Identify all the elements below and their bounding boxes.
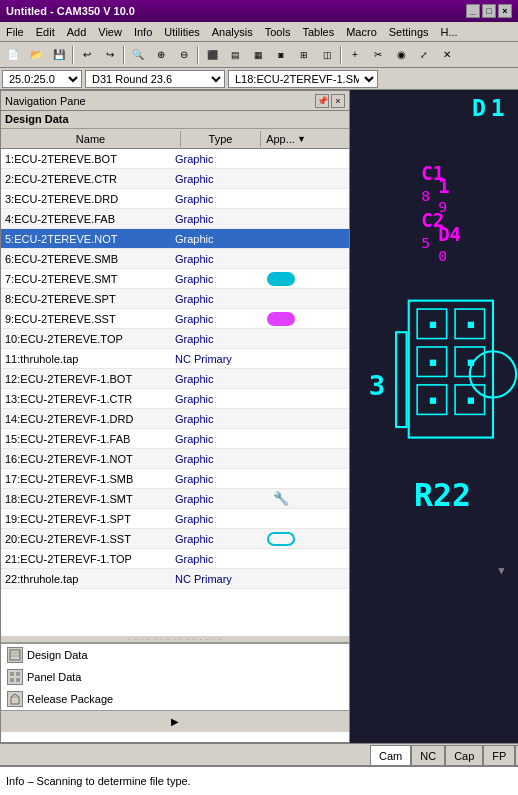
menu-item-h...[interactable]: H...: [435, 22, 464, 41]
cloud-outline-icon: [267, 532, 295, 546]
table-row[interactable]: 6:ECU-2TEREVE.SMBGraphic: [1, 249, 349, 269]
table-row[interactable]: 12:ECU-2TEREVF-1.BOTGraphic: [1, 369, 349, 389]
new-button[interactable]: 📄: [2, 45, 24, 65]
svg-rect-5: [10, 678, 14, 682]
menu-item-tables[interactable]: Tables: [296, 22, 340, 41]
menu-item-view[interactable]: View: [92, 22, 128, 41]
zoom-out-button[interactable]: ⊖: [173, 45, 195, 65]
menu-item-settings[interactable]: Settings: [383, 22, 435, 41]
table-body[interactable]: 1:ECU-2TEREVE.BOTGraphic2:ECU-2TEREVE.CT…: [1, 149, 349, 636]
nav-section-release-package[interactable]: Release Package: [1, 688, 349, 710]
svg-rect-31: [468, 398, 474, 404]
expand-pane-button[interactable]: ▶: [1, 710, 349, 732]
table-row[interactable]: 19:ECU-2TEREVF-1.SPTGraphic: [1, 509, 349, 529]
cell-app: [251, 257, 311, 261]
tool-11[interactable]: ✕: [436, 45, 458, 65]
table-row[interactable]: 9:ECU-2TEREVE.SSTGraphic: [1, 309, 349, 329]
layer-select[interactable]: L18:ECU-2TEREVF-1.SMT: [228, 70, 378, 88]
save-button[interactable]: 💾: [48, 45, 70, 65]
menu-item-edit[interactable]: Edit: [30, 22, 61, 41]
table-row[interactable]: 7:ECU-2TEREVE.SMTGraphic: [1, 269, 349, 289]
menu-item-utilities[interactable]: Utilities: [158, 22, 205, 41]
tool-1[interactable]: ⬛: [201, 45, 223, 65]
panel-data-icon: [7, 669, 23, 685]
nav-section-panel-data[interactable]: Panel Data: [1, 666, 349, 688]
menu-item-tools[interactable]: Tools: [259, 22, 297, 41]
tool-7[interactable]: +: [344, 45, 366, 65]
table-row[interactable]: 4:ECU-2TEREVE.FABGraphic: [1, 209, 349, 229]
table-row[interactable]: 1:ECU-2TEREVE.BOTGraphic: [1, 149, 349, 169]
table-row[interactable]: 21:ECU-2TEREVF-1.TOPGraphic: [1, 549, 349, 569]
tool-2[interactable]: ▤: [224, 45, 246, 65]
tool-4[interactable]: ◙: [270, 45, 292, 65]
table-row[interactable]: 14:ECU-2TEREVF-1.DRDGraphic: [1, 409, 349, 429]
design-data-section-label: Design Data: [27, 649, 88, 661]
tab-cam[interactable]: Cam: [370, 745, 411, 765]
tool-6[interactable]: ◫: [316, 45, 338, 65]
cell-type: Graphic: [171, 151, 251, 167]
redo-button[interactable]: ↪: [99, 45, 121, 65]
cell-name: 8:ECU-2TEREVE.SPT: [1, 291, 171, 307]
design-data-header: Design Data: [1, 111, 349, 129]
cell-type: Graphic: [171, 311, 251, 327]
cell-name: 13:ECU-2TEREVF-1.CTR: [1, 391, 171, 407]
undo-button[interactable]: ↩: [76, 45, 98, 65]
table-row[interactable]: 10:ECU-2TEREVE.TOPGraphic: [1, 329, 349, 349]
window-title: Untitled - CAM350 V 10.0: [6, 5, 466, 17]
table-row[interactable]: 22:thruhole.tapNC Primary: [1, 569, 349, 589]
table-row[interactable]: 5:ECU-2TEREVE.NOTGraphic: [1, 229, 349, 249]
open-button[interactable]: 📂: [25, 45, 47, 65]
zoom-fit-button[interactable]: 🔍: [127, 45, 149, 65]
close-button[interactable]: ×: [498, 4, 512, 18]
cell-app: [251, 310, 311, 328]
tool-3[interactable]: ▦: [247, 45, 269, 65]
tab-fp[interactable]: FP: [483, 745, 515, 765]
table-row[interactable]: 13:ECU-2TEREVF-1.CTRGraphic: [1, 389, 349, 409]
tool-9[interactable]: ◉: [390, 45, 412, 65]
table-row[interactable]: 17:ECU-2TEREVF-1.SMBGraphic: [1, 469, 349, 489]
cell-name: 6:ECU-2TEREVE.SMB: [1, 251, 171, 267]
tool-8[interactable]: ✂: [367, 45, 389, 65]
menu-item-macro[interactable]: Macro: [340, 22, 383, 41]
table-row[interactable]: 18:ECU-2TEREVF-1.SMTGraphic🔧: [1, 489, 349, 509]
canvas-area[interactable]: D 1 C1 8 1 9 C2 5 D4 0 3: [350, 90, 518, 743]
table-row[interactable]: 11:thruhole.tapNC Primary: [1, 349, 349, 369]
svg-rect-0: [10, 650, 20, 660]
table-row[interactable]: 8:ECU-2TEREVE.SPTGraphic: [1, 289, 349, 309]
cell-app: [251, 557, 311, 561]
menu-item-analysis[interactable]: Analysis: [206, 22, 259, 41]
table-row[interactable]: 15:ECU-2TEREVF-1.FABGraphic: [1, 429, 349, 449]
cell-app: 🔧: [251, 489, 311, 508]
cell-type: Graphic: [171, 531, 251, 547]
tab-nc[interactable]: NC: [411, 745, 445, 765]
cell-type: Graphic: [171, 211, 251, 227]
maximize-button[interactable]: □: [482, 4, 496, 18]
table-row[interactable]: 2:ECU-2TEREVE.CTRGraphic: [1, 169, 349, 189]
nav-section-design-data[interactable]: Design Data: [1, 644, 349, 666]
nav-pane-header: Navigation Pane 📌 ×: [1, 91, 349, 111]
table-row[interactable]: 3:ECU-2TEREVE.DRDGraphic: [1, 189, 349, 209]
minimize-button[interactable]: _: [466, 4, 480, 18]
table-row[interactable]: 16:ECU-2TEREVF-1.NOTGraphic: [1, 449, 349, 469]
nav-pane-close-button[interactable]: ×: [331, 94, 345, 108]
svg-rect-32: [396, 332, 407, 427]
svg-rect-3: [10, 672, 14, 676]
tool-5[interactable]: ⊞: [293, 45, 315, 65]
cell-name: 2:ECU-2TEREVE.CTR: [1, 171, 171, 187]
tool-10[interactable]: ⤢: [413, 45, 435, 65]
toolbar: 📄 📂 💾 ↩ ↪ 🔍 ⊕ ⊖ ⬛ ▤ ▦ ◙ ⊞ ◫ + ✂ ◉ ⤢ ✕: [0, 42, 518, 68]
svg-text:1: 1: [438, 175, 449, 197]
menu-item-info[interactable]: Info: [128, 22, 158, 41]
drill-select[interactable]: D31 Round 23.6: [85, 70, 225, 88]
menu-item-file[interactable]: File: [0, 22, 30, 41]
nav-pane-pin-button[interactable]: 📌: [315, 94, 329, 108]
menu-item-add[interactable]: Add: [61, 22, 93, 41]
main-area: Navigation Pane 📌 × Design Data Name Typ…: [0, 90, 518, 743]
tab-cap[interactable]: Cap: [445, 745, 483, 765]
coord-select[interactable]: 25.0:25.0: [2, 70, 82, 88]
cell-type: Graphic: [171, 251, 251, 267]
table-row[interactable]: 20:ECU-2TEREVF-1.SSTGraphic: [1, 529, 349, 549]
zoom-in-button[interactable]: ⊕: [150, 45, 172, 65]
cell-app: [251, 177, 311, 181]
window-controls: _ □ ×: [466, 4, 512, 18]
